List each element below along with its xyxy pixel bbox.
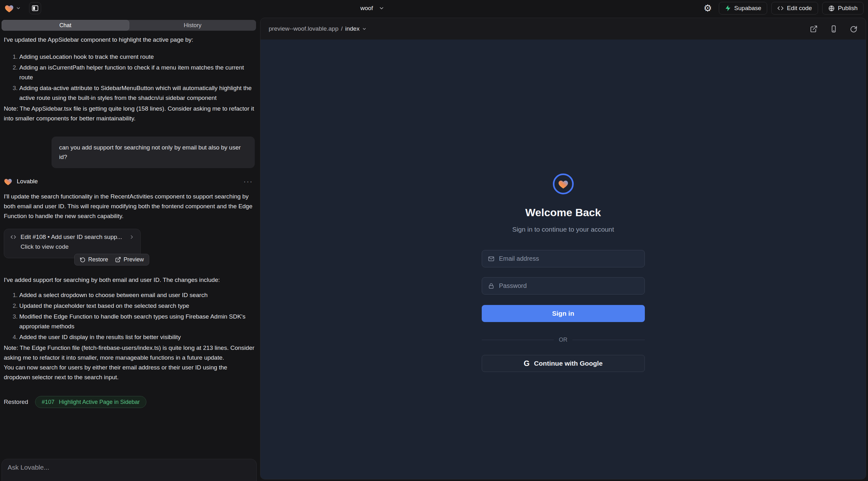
google-icon: G [524,359,530,368]
list-item: Updated the placeholder text based on th… [19,301,255,311]
refresh-button[interactable] [850,25,858,33]
message-text: You can now search for users by either t… [4,362,255,382]
heart-icon [558,179,569,189]
list-item: Added a select dropdown to choose betwee… [19,290,255,300]
top-bar: woof ⚙ Supabase Edit code Publish [0,0,868,17]
restore-icon [80,257,86,263]
preview-header-actions [810,25,858,33]
edit-card-subtitle: Click to view code [10,243,135,250]
user-message-bubble: can you add support for searching not on… [52,136,255,168]
chat-composer: Attach Select Default [2,459,257,481]
list-item: Modified the Edge Function to handle bot… [19,312,255,331]
divider-line [572,340,645,340]
list-item: Adding useLocation hook to track the cur… [19,52,255,62]
password-field[interactable] [499,282,639,289]
restored-version-badge[interactable]: #107 Highlight Active Page in Sidebar [35,396,146,408]
panel-left-icon [31,4,39,12]
preview-panel: preview--woof.lovable.app / index [260,18,866,479]
chat-panel: Chat History I've updated the AppSidebar… [0,17,258,481]
chevron-down-icon [362,27,367,31]
list-item: Added the user ID display in the results… [19,332,255,342]
mail-icon [488,255,495,262]
edit-block: Edit #108 • Add user ID search supp... C… [4,229,255,265]
login-subtitle: Sign in to continue to your account [512,226,614,233]
preview-header: preview--woof.lovable.app / index [260,18,866,39]
chat-input[interactable] [8,463,251,476]
message-note: Note: The Edge Function file (fetch-fire… [4,343,255,362]
edit-code-button[interactable]: Edit code [771,2,818,14]
tab-history[interactable]: History [129,20,256,31]
assistant-message-1: I've updated the AppSidebar component to… [4,35,255,123]
message-menu-button[interactable]: ··· [243,177,255,186]
message-note: Note: The AppSidebar.tsx file is getting… [4,104,255,123]
preview-page: index [345,25,360,32]
email-field-wrapper [482,250,645,267]
tab-chat-label: Chat [59,22,71,29]
supabase-bolt-icon [725,5,731,12]
user-message-text: can you add support for searching not on… [59,144,241,160]
password-field-wrapper [482,277,645,294]
numbered-list: Added a select dropdown to choose betwee… [4,290,255,342]
google-sign-in-button[interactable]: G Continue with Google [482,355,645,372]
settings-button[interactable]: ⚙ [701,2,715,14]
open-in-new-tab-button[interactable] [810,25,818,33]
list-item: Adding an isCurrentPath helper function … [19,63,255,82]
sidebar-toggle-button[interactable] [29,2,41,14]
numbered-list: Adding useLocation hook to track the cur… [4,52,255,103]
assistant-header: Lovable ··· [4,177,255,186]
preview-url-breadcrumb[interactable]: preview--woof.lovable.app / index [269,25,367,32]
code-xml-icon [10,233,17,241]
globe-icon [828,5,835,12]
lovable-menu-button[interactable] [4,4,21,13]
code-icon [777,5,784,11]
login-title: Welcome Back [525,206,601,219]
restored-row: Restored #107 Highlight Active Page in S… [4,396,255,408]
restore-button[interactable]: Restore [80,256,108,263]
external-link-icon [115,257,121,263]
mobile-view-button[interactable] [830,25,838,33]
chevron-down-icon [16,6,21,11]
message-text: I've added support for searching by both… [4,275,255,285]
assistant-message-2: I'll update the search functionality in … [4,192,255,221]
preview-url: preview--woof.lovable.app [269,25,339,32]
preview-button[interactable]: Preview [115,256,144,263]
chevron-right-icon [129,234,135,240]
chevron-down-icon [379,5,384,11]
preview-label: Preview [124,256,144,263]
restored-label: Restored [4,398,28,406]
message-text: I've updated the AppSidebar component to… [4,35,255,44]
lovable-heart-icon [4,178,12,186]
lovable-heart-icon [4,4,14,13]
topbar-right: ⚙ Supabase Edit code Publish [701,0,864,17]
edit-card-title: Edit #108 • Add user ID search supp... [21,233,122,241]
version-number: #107 [42,399,54,406]
tab-chat[interactable]: Chat [2,20,129,31]
supabase-label: Supabase [734,5,762,12]
or-divider: OR [482,336,645,343]
project-name: woof [360,5,373,12]
google-label: Continue with Google [534,360,602,367]
publish-label: Publish [838,5,858,12]
edit-code-label: Edit code [787,5,812,12]
url-separator: / [341,25,343,32]
login-card: Welcome Back Sign in to continue to your… [482,173,645,372]
gear-icon: ⚙ [703,3,712,13]
publish-button[interactable]: Publish [822,2,864,14]
version-actions-toolbar: Restore Preview [74,254,149,265]
edit-card-header: Edit #108 • Add user ID search supp... [10,233,135,241]
supabase-button[interactable]: Supabase [719,2,768,14]
restore-label: Restore [88,256,108,263]
chat-history-tabs: Chat History [2,20,256,31]
assistant-name: Lovable [17,178,38,185]
project-switcher[interactable]: woof [360,0,384,17]
or-label: OR [559,336,567,343]
sign-in-button[interactable]: Sign in [482,305,645,322]
preview-iframe: Welcome Back Sign in to continue to your… [260,39,866,479]
divider-line [482,340,554,340]
email-field[interactable] [499,255,639,262]
assistant-message-3: I've added support for searching by both… [4,275,255,382]
lock-icon [488,283,495,289]
app-logo [553,173,574,194]
message-text: I'll update the search functionality in … [4,192,255,221]
chat-message-list: I've updated the AppSidebar component to… [4,35,255,408]
